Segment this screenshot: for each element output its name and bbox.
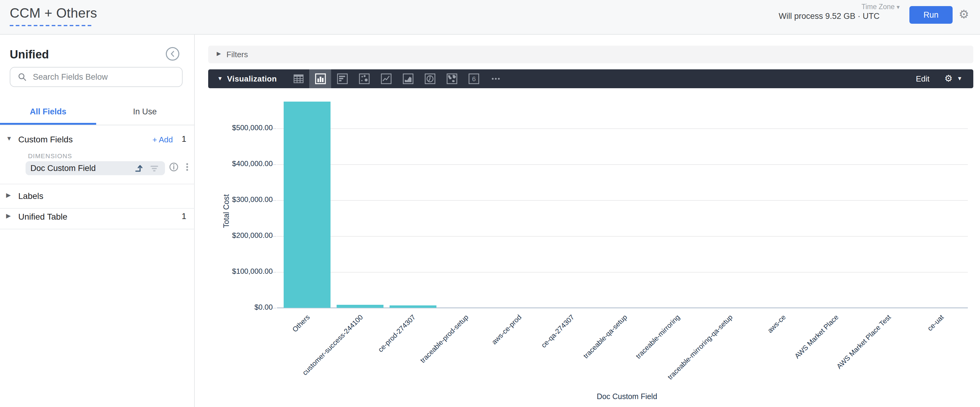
page-title[interactable]: CCM + Others bbox=[10, 5, 97, 21]
top-header: CCM + Others Will process 9.52 GB · UTC … bbox=[0, 0, 980, 35]
gridline bbox=[277, 128, 968, 129]
y-tick-mark bbox=[272, 236, 276, 237]
caret-right-icon[interactable]: ▶ bbox=[217, 51, 221, 57]
divider bbox=[0, 125, 195, 125]
more-viz-options-icon[interactable] bbox=[485, 69, 506, 88]
title-editable-underline bbox=[10, 25, 91, 26]
visualization-label: Visualization bbox=[227, 74, 277, 83]
collapse-sidebar-button[interactable] bbox=[165, 47, 180, 61]
x-axis-label: aws-ce bbox=[766, 313, 787, 334]
y-tick-label: $300,000.00 bbox=[195, 195, 273, 204]
gridline bbox=[277, 200, 968, 201]
chart-area: Total Cost Doc Custom Field $0.00$100,00… bbox=[195, 88, 980, 407]
add-custom-field-button[interactable]: + Add bbox=[153, 135, 173, 144]
settings-gear-icon[interactable]: ⚙ bbox=[959, 7, 969, 22]
kebab-menu-icon[interactable] bbox=[182, 162, 192, 172]
viz-edit-button[interactable]: Edit bbox=[916, 74, 929, 83]
x-axis-label: ce-prod-274307 bbox=[377, 313, 417, 353]
y-tick-label: $100,000.00 bbox=[195, 267, 273, 276]
explore-title: Unified bbox=[10, 48, 49, 62]
section-label[interactable]: Unified Table bbox=[18, 212, 67, 221]
divider bbox=[0, 229, 195, 229]
x-axis-label: traceable-qa-setup bbox=[582, 313, 628, 360]
y-tick-mark bbox=[272, 272, 276, 273]
search-fields-box[interactable] bbox=[10, 67, 183, 87]
viz-type-switcher: 6 bbox=[287, 69, 506, 88]
viz-settings-gear-icon[interactable]: ⚙ bbox=[944, 73, 953, 84]
y-tick-label: $400,000.00 bbox=[195, 159, 273, 168]
single-value-icon[interactable]: 6 bbox=[463, 69, 485, 88]
chevron-down-icon[interactable]: ▼ bbox=[957, 75, 963, 81]
app-window: CCM + Others Will process 9.52 GB · UTC … bbox=[0, 0, 980, 407]
y-tick-label: $200,000.00 bbox=[195, 231, 273, 240]
field-label: Doc Custom Field bbox=[30, 164, 96, 173]
tab-all-fields[interactable]: All Fields bbox=[0, 100, 96, 123]
caret-right-icon[interactable]: ▶ bbox=[6, 192, 11, 198]
x-axis-label: ce-uat bbox=[926, 313, 945, 332]
bar[interactable] bbox=[337, 305, 383, 308]
time-zone-dropdown[interactable]: Time Zone ▾ bbox=[861, 3, 900, 10]
search-fields-input[interactable] bbox=[33, 72, 173, 81]
x-axis-label: AWS Market Place bbox=[793, 313, 840, 360]
chevron-left-circle-icon bbox=[165, 47, 180, 61]
gridline bbox=[277, 164, 968, 165]
x-axis-label: traceable-mirroring-qa-setup bbox=[666, 313, 734, 381]
bar[interactable] bbox=[390, 306, 436, 308]
filters-label: Filters bbox=[226, 50, 248, 59]
section-label[interactable]: Custom Fields bbox=[18, 134, 73, 144]
x-axis-label: traceable-prod-setup bbox=[419, 313, 469, 364]
chevron-down-icon: ▾ bbox=[897, 4, 900, 10]
divider bbox=[0, 208, 195, 209]
x-axis-label: ce-qa-274307 bbox=[539, 313, 575, 349]
table-icon[interactable] bbox=[287, 69, 309, 88]
run-button[interactable]: Run bbox=[909, 6, 953, 24]
map-icon[interactable] bbox=[441, 69, 463, 88]
y-tick-mark bbox=[272, 200, 276, 201]
section-count-badge: 1 bbox=[182, 212, 186, 221]
x-axis-label: Others bbox=[291, 313, 311, 333]
gridline bbox=[277, 236, 968, 237]
x-axis-label: aws-ce-prod bbox=[490, 313, 522, 345]
visualization-toolbar: ▼ Visualization 6 Edit ⚙ ▼ bbox=[208, 69, 973, 88]
info-icon[interactable] bbox=[169, 162, 179, 172]
x-axis-label: customer-success-244100 bbox=[301, 313, 364, 377]
y-tick-label: $500,000.00 bbox=[195, 124, 273, 132]
scatter-plot-icon[interactable] bbox=[353, 69, 375, 88]
column-chart-icon[interactable] bbox=[309, 69, 331, 88]
x-axis-label: traceable-mirroring bbox=[634, 313, 681, 360]
section-unified-table: ▶ Unified Table 1 bbox=[0, 209, 195, 226]
pie-chart-icon[interactable] bbox=[419, 69, 441, 88]
caret-down-icon[interactable]: ▼ bbox=[6, 135, 12, 142]
y-tick-mark bbox=[272, 308, 276, 308]
section-count-badge: 1 bbox=[182, 134, 186, 143]
pivot-icon[interactable] bbox=[134, 163, 144, 173]
gridline bbox=[277, 272, 968, 273]
search-icon bbox=[18, 72, 27, 81]
filters-bar[interactable]: ▶ Filters bbox=[208, 46, 973, 63]
sidebar-tabs: All Fields In Use bbox=[0, 100, 195, 125]
y-tick-label: $0.00 bbox=[195, 303, 273, 312]
x-axis-label: AWS Market Place Test bbox=[835, 313, 892, 370]
line-chart-icon[interactable] bbox=[375, 69, 397, 88]
field-doc-custom-field[interactable]: Doc Custom Field bbox=[25, 161, 165, 175]
caret-down-icon[interactable]: ▼ bbox=[217, 75, 223, 81]
caret-right-icon[interactable]: ▶ bbox=[6, 212, 11, 219]
filter-icon[interactable] bbox=[149, 163, 159, 173]
field-picker-sidebar: Unified All Fields In Use ▼ Custom Field… bbox=[0, 35, 195, 407]
bar-chart-icon[interactable] bbox=[331, 69, 353, 88]
process-info-text: Will process 9.52 GB · UTC bbox=[778, 11, 880, 21]
dimensions-group-label: DIMENSIONS bbox=[28, 152, 72, 159]
svg-text:6: 6 bbox=[472, 75, 476, 83]
x-axis-title: Doc Custom Field bbox=[578, 393, 676, 401]
section-custom-fields: ▼ Custom Fields + Add 1 bbox=[0, 132, 195, 149]
tab-in-use[interactable]: In Use bbox=[96, 100, 194, 123]
section-label[interactable]: Labels bbox=[18, 191, 43, 201]
divider bbox=[0, 184, 195, 184]
y-tick-mark bbox=[272, 164, 276, 165]
area-chart-icon[interactable] bbox=[397, 69, 419, 88]
y-tick-mark bbox=[272, 128, 276, 129]
bar[interactable] bbox=[284, 102, 331, 308]
section-labels: ▶ Labels bbox=[0, 189, 195, 206]
